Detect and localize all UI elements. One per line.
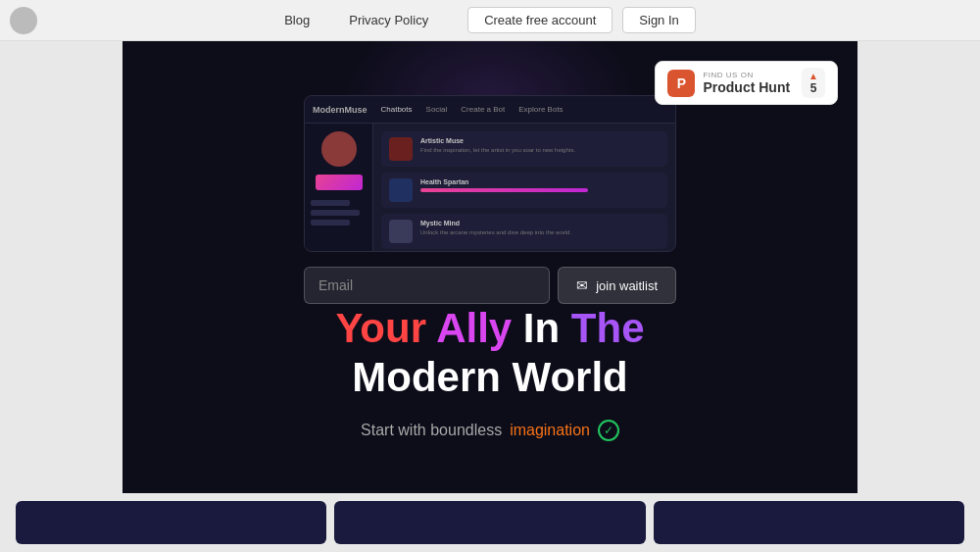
sign-in-button[interactable]: Sign In	[622, 7, 695, 33]
mockup-tab-explore: Explore Bots	[518, 105, 563, 114]
mockup-cta-button	[316, 175, 363, 190]
hero-title-line2: Modern World	[122, 355, 858, 400]
health-spartan-bar	[420, 188, 588, 192]
artistic-muse-info: Artistic Muse Find the inspiration, let …	[420, 137, 660, 154]
mockup-card-artistic: Artistic Muse Find the inspiration, let …	[381, 131, 667, 167]
bottom-card-3[interactable]	[654, 501, 964, 544]
join-waitlist-label: join waitlist	[596, 278, 658, 293]
app-screenshot: ModernMuse Chatbots Social Create a Bot …	[304, 95, 676, 252]
find-us-label: FIND US ON	[703, 71, 790, 79]
upvote-arrow-icon: ▲	[808, 71, 818, 81]
mockup-card-mystic: Mystic Mind Unlock the arcane mysteries …	[381, 214, 667, 249]
mockup-body: Artistic Muse Find the inspiration, let …	[305, 124, 675, 252]
sidebar-line-1	[311, 200, 350, 206]
mockup-tab-social: Social	[426, 105, 448, 114]
user-avatar	[10, 7, 37, 34]
product-hunt-badge[interactable]: P FIND US ON Product Hunt ▲ 5	[655, 61, 838, 105]
hero-subtitle: Start with boundless imagination ✓	[122, 420, 858, 441]
product-hunt-text: FIND US ON Product Hunt	[703, 71, 790, 95]
hero-section: Your Ally In The Modern World Start with…	[122, 306, 858, 441]
artistic-muse-avatar	[389, 137, 413, 161]
hero-word-ally: Ally	[436, 305, 512, 351]
mockup-tab-create: Create a Bot	[461, 105, 505, 114]
mystic-mind-desc: Unlock the arcane mysteries and dive dee…	[420, 228, 660, 236]
waitlist-section: ✉ join waitlist	[304, 267, 676, 304]
mystic-mind-avatar	[389, 220, 413, 243]
main-content-area: P FIND US ON Product Hunt ▲ 5 ModernMuse…	[122, 41, 858, 552]
left-border	[0, 41, 122, 552]
mockup-tab-chatbots: Chatbots	[381, 105, 413, 114]
mockup-card-health: Health Spartan	[381, 173, 667, 208]
artistic-muse-title: Artistic Muse	[420, 137, 660, 144]
envelope-icon: ✉	[576, 277, 588, 293]
blog-link[interactable]: Blog	[284, 13, 310, 27]
hero-title-line1: Your Ally In The	[122, 306, 858, 351]
bottom-cards-section	[0, 493, 980, 552]
product-hunt-name: Product Hunt	[703, 79, 790, 95]
product-hunt-logo-icon: P	[667, 70, 695, 97]
hero-word-in: In	[523, 305, 560, 351]
bottom-card-2[interactable]	[334, 501, 645, 544]
right-border	[858, 41, 980, 552]
mockup-header: ModernMuse Chatbots Social Create a Bot …	[305, 96, 675, 124]
health-spartan-info: Health Spartan	[420, 178, 660, 192]
health-spartan-avatar	[389, 178, 413, 202]
artistic-muse-desc: Find the inspiration, let the artist in …	[420, 146, 660, 154]
check-circle-icon: ✓	[598, 420, 619, 441]
privacy-link[interactable]: Privacy Policy	[349, 13, 428, 27]
mockup-logo-text: ModernMuse	[313, 105, 368, 115]
product-hunt-score: ▲ 5	[802, 68, 825, 98]
hero-word-your: Your	[335, 305, 426, 351]
mockup-sidebar-lines	[311, 196, 367, 226]
email-input[interactable]	[304, 267, 550, 304]
top-navigation: Blog Privacy Policy Create free account …	[0, 0, 980, 41]
mystic-mind-info: Mystic Mind Unlock the arcane mysteries …	[420, 220, 660, 236]
nav-links: Blog Privacy Policy	[284, 13, 428, 27]
sidebar-line-2	[311, 210, 360, 216]
mystic-mind-title: Mystic Mind	[420, 220, 660, 226]
hero-word-the: The	[571, 305, 645, 351]
bottom-card-1[interactable]	[16, 501, 326, 544]
subtitle-start-text: Start with boundless	[361, 422, 502, 439]
create-account-button[interactable]: Create free account	[467, 7, 612, 33]
subtitle-imagination-text: imagination	[510, 422, 590, 439]
join-waitlist-button[interactable]: ✉ join waitlist	[558, 267, 676, 304]
mockup-user-avatar	[321, 131, 357, 167]
mockup-tabs: Chatbots Social Create a Bot Explore Bot…	[381, 105, 564, 114]
sidebar-line-3	[311, 220, 350, 226]
health-spartan-title: Health Spartan	[420, 178, 660, 185]
score-count: 5	[810, 81, 817, 95]
mockup-card-list: Artistic Muse Find the inspiration, let …	[373, 124, 675, 252]
mockup-sidebar	[305, 124, 373, 252]
nav-actions: Create free account Sign In	[467, 7, 696, 33]
